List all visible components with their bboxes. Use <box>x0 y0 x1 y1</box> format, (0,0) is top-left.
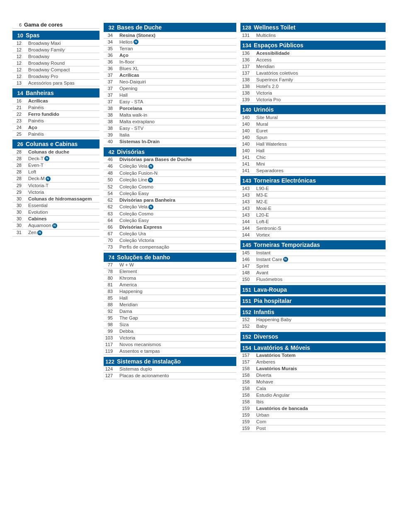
new-badge: N <box>133 39 138 44</box>
list-item: 67Coleção Ura <box>104 231 236 237</box>
index-label: Moai-E <box>252 206 386 211</box>
index-label: L20-E <box>252 212 386 217</box>
list-item: 83Happening <box>104 288 236 295</box>
index-label: Avant <box>252 270 386 275</box>
list-item: 143L90-E <box>240 185 386 192</box>
index-label: Sistemas In-Drain <box>115 139 236 144</box>
list-item: 78Element <box>104 268 236 275</box>
list-item: 145Torneiras Temporizadas <box>240 240 386 249</box>
index-label: Ibis <box>252 399 386 404</box>
index-label: Resina (Stonex) <box>115 33 236 38</box>
index-label: Coleção Fusion-N <box>115 171 236 176</box>
index-number: 138 <box>240 84 252 89</box>
index-number: 143 <box>240 212 252 217</box>
index-label: Porcelana <box>115 106 236 111</box>
list-item: 138Victoria <box>240 90 386 96</box>
list-item: 26Colunas e Cabinas <box>12 139 100 149</box>
index-number: 143 <box>240 206 252 211</box>
index-number: 152 <box>242 334 254 340</box>
list-item: 141Separadores <box>240 167 386 174</box>
list-item: 143M3-E <box>240 192 386 198</box>
list-item: 152Baby <box>240 323 386 330</box>
list-item: 140Hall Waterless <box>240 141 386 147</box>
list-item: 39Italia <box>104 132 236 139</box>
index-number: 22 <box>12 112 24 117</box>
list-item: 137Meridian <box>240 63 386 70</box>
index-label: Colunas de hidromassagem <box>24 196 100 201</box>
new-badge: N <box>148 205 153 210</box>
list-item: 66Divisórias Express <box>104 224 236 231</box>
list-item: 150Fluxómetros <box>240 276 386 283</box>
list-item: 37Easy - STA <box>104 99 236 105</box>
list-item: 152Diversos <box>240 332 386 341</box>
list-item: 54Coleção Easy <box>104 190 236 197</box>
list-item: 119Assentos e tampas <box>104 348 236 355</box>
list-item: 14Banheiras <box>12 88 100 98</box>
index-number: 140 <box>242 107 254 113</box>
list-item: 35Terran <box>104 46 236 52</box>
list-item: 158Ibis <box>240 399 386 405</box>
index-label: Sentronic-S <box>252 226 386 231</box>
list-item: 92Dama <box>104 308 236 315</box>
index-label: Multiclins <box>252 33 386 38</box>
index-label: Coleção Victoria <box>115 238 236 243</box>
list-item: 124Sistemas duplo <box>104 366 236 373</box>
list-item: 10Spas <box>12 31 100 40</box>
list-item: 23Painéis <box>12 117 100 124</box>
index-label: W + W <box>115 262 236 267</box>
list-item: 144Sentronic-S <box>240 225 386 232</box>
index-label: Lavatórios Murais <box>252 366 386 371</box>
list-item: 28Colunas de duche <box>12 149 100 155</box>
index-number: 39 <box>104 132 115 137</box>
index-number: 152 <box>242 309 254 315</box>
index-number: 30 <box>12 203 24 208</box>
index-label: Site Mural <box>252 115 386 120</box>
index-number: 37 <box>104 93 115 98</box>
index-label: Meridian <box>252 64 386 69</box>
index-number: 16 <box>12 98 24 103</box>
index-number: 98 <box>104 322 115 327</box>
index-label: Post <box>252 426 386 431</box>
index-number: 12 <box>12 54 24 59</box>
index-label: Soluções de banho <box>117 254 235 261</box>
index-label: Mini <box>252 161 386 166</box>
index-label: Perfis de compensação <box>115 244 236 249</box>
index-label: Acessórios para Spas <box>24 81 100 85</box>
index-number: 95 <box>104 315 115 320</box>
index-label: Broadway <box>24 54 100 59</box>
list-item: 32Bases de Duche <box>104 23 236 32</box>
list-item: 30AquamoonN <box>12 222 100 229</box>
list-item: 140Euret <box>240 127 386 134</box>
index-number: 158 <box>240 379 252 384</box>
index-label: Debba <box>115 329 236 334</box>
list-item: 38Malta extraplano <box>104 119 236 125</box>
list-item: 29Victoria <box>12 189 100 196</box>
index-number: 10 <box>14 32 26 39</box>
index-label: Colunas e Cabinas <box>26 141 98 147</box>
index-label: In-floor <box>115 59 236 64</box>
list-item: 34Resina (Stonex) <box>104 32 236 39</box>
index-label: Loft-E <box>252 219 386 224</box>
list-item: 151Lava-Roupa <box>240 285 386 294</box>
index-label: Lava-Roupa <box>254 286 384 293</box>
index-label: Terran <box>115 46 236 51</box>
index-label: Blues XL <box>115 66 236 71</box>
index-number: 159 <box>240 419 252 424</box>
index-label: Aço <box>115 53 236 58</box>
index-label: Khroma <box>115 276 236 281</box>
list-item: 28Loft <box>12 169 100 176</box>
list-item: 30Colunas de hidromassagem <box>12 196 100 203</box>
index-number: 63 <box>104 211 115 216</box>
list-item: 22Ferro fundido <box>12 111 100 117</box>
index-number: 40 <box>104 139 115 144</box>
new-badge: N <box>44 156 49 161</box>
index-number: 150 <box>240 277 252 282</box>
index-label: Assentos e tampas <box>115 349 236 354</box>
list-item: 138Superinox Family <box>240 76 386 83</box>
index-label: Happening Baby <box>252 317 386 322</box>
list-item: 98Siza <box>104 322 236 328</box>
index-label: Access <box>252 57 386 62</box>
list-item: 77W + W <box>104 262 236 268</box>
list-item: 30Essential <box>12 203 100 209</box>
index-number: 140 <box>240 135 252 140</box>
